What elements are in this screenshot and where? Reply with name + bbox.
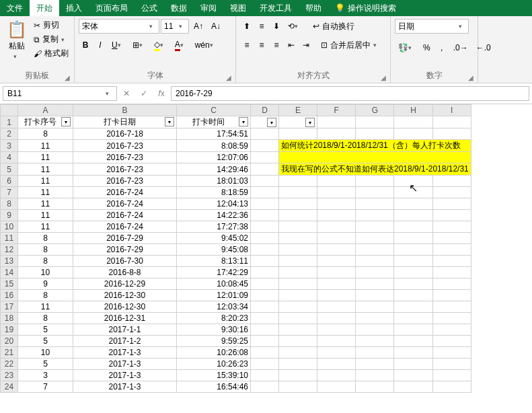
cell[interactable] [356, 336, 394, 347]
row-header[interactable]: 14 [1, 267, 18, 278]
cell[interactable]: 18:01:03 [177, 176, 251, 187]
cell[interactable]: 2016-7-24 [73, 187, 177, 198]
filter-button[interactable]: ▾ [239, 117, 248, 126]
cell[interactable] [279, 324, 317, 336]
cell[interactable] [432, 267, 471, 278]
accounting-format-button[interactable]: 💱▾ [395, 40, 418, 55]
cell[interactable]: 9:30:16 [177, 324, 251, 336]
cell[interactable] [317, 198, 356, 210]
column-header[interactable]: A [18, 105, 73, 116]
row-header[interactable]: 20 [1, 336, 18, 347]
cell[interactable] [251, 267, 279, 278]
align-middle-button[interactable]: ≡ [255, 19, 268, 34]
cell[interactable]: 17:54:51 [177, 128, 251, 140]
cell[interactable] [394, 244, 432, 256]
cell[interactable] [279, 336, 317, 347]
row-header[interactable]: 4 [1, 152, 18, 163]
cell[interactable] [356, 233, 394, 244]
cell[interactable]: 2017-1-1 [73, 324, 177, 336]
cut-button[interactable]: ✂剪切 [32, 19, 70, 32]
cell[interactable] [356, 290, 394, 301]
cell[interactable] [394, 359, 432, 370]
cell[interactable]: 打卡日期▾ [73, 116, 177, 128]
row-header[interactable]: 5 [1, 163, 18, 176]
row-header[interactable]: 21 [1, 347, 18, 359]
column-header[interactable]: G [356, 105, 394, 116]
cell[interactable] [356, 359, 394, 370]
cell[interactable] [279, 347, 317, 359]
tab-insert[interactable]: 插入 [59, 0, 89, 16]
cell[interactable] [432, 324, 471, 336]
cell[interactable]: 8:20:23 [177, 313, 251, 324]
cell[interactable]: 8 [18, 233, 73, 244]
cell[interactable]: 2016-7-24 [73, 210, 177, 221]
cell[interactable]: 12:07:06 [177, 152, 251, 163]
cell[interactable] [317, 290, 356, 301]
italic-button[interactable]: I [93, 38, 107, 52]
increase-decimal-button[interactable]: .0→ [450, 40, 471, 55]
cell[interactable] [432, 359, 471, 370]
cell[interactable]: 2016-7-24 [73, 198, 177, 210]
cell[interactable]: 10:08:45 [177, 278, 251, 290]
cell[interactable] [394, 187, 432, 198]
decrease-decimal-button[interactable]: ←.0 [473, 40, 494, 55]
cell[interactable] [251, 221, 279, 233]
cell[interactable]: 10:26:23 [177, 359, 251, 370]
cell[interactable]: 5 [18, 359, 73, 370]
cell[interactable] [251, 347, 279, 359]
cell[interactable]: 3 [18, 370, 73, 381]
row-header[interactable]: 12 [1, 244, 18, 256]
tab-file[interactable]: 文件 [0, 0, 30, 16]
cell[interactable] [251, 163, 279, 176]
cell[interactable]: 2016-7-18 [73, 128, 177, 140]
cell[interactable]: 15:39:10 [177, 370, 251, 381]
cell[interactable] [356, 256, 394, 267]
cell[interactable] [356, 244, 394, 256]
cell[interactable] [279, 370, 317, 381]
cell[interactable] [394, 370, 432, 381]
cell[interactable] [317, 301, 356, 313]
cell[interactable] [279, 152, 471, 163]
cell[interactable]: 8:13:11 [177, 256, 251, 267]
column-header[interactable]: B [73, 105, 177, 116]
cell[interactable]: 2016-12-31 [73, 313, 177, 324]
decrease-indent-button[interactable]: ⇤ [284, 38, 298, 52]
row-header[interactable]: 17 [1, 301, 18, 313]
align-bottom-button[interactable]: ⬇ [270, 19, 283, 34]
cell[interactable] [279, 198, 317, 210]
cell[interactable] [317, 221, 356, 233]
cell[interactable] [432, 233, 471, 244]
row-header[interactable]: 10 [1, 221, 18, 233]
cell[interactable]: 2016-12-29 [73, 278, 177, 290]
column-header[interactable]: F [317, 105, 356, 116]
row-header[interactable]: 7 [1, 187, 18, 198]
dialog-launcher[interactable]: ◢ [381, 74, 386, 81]
cell[interactable] [432, 176, 471, 187]
cell[interactable] [251, 210, 279, 221]
cell[interactable] [251, 324, 279, 336]
cell[interactable]: 2016-7-29 [73, 244, 177, 256]
cell[interactable] [432, 187, 471, 198]
cell[interactable] [279, 313, 317, 324]
cell[interactable]: 11 [18, 198, 73, 210]
column-header[interactable]: E [279, 105, 317, 116]
row-header[interactable]: 18 [1, 313, 18, 324]
row-header[interactable]: 1 [1, 116, 18, 128]
row-header[interactable]: 13 [1, 256, 18, 267]
cell[interactable]: 11 [18, 176, 73, 187]
align-right-button[interactable]: ≡ [270, 38, 283, 52]
dialog-launcher[interactable]: ◢ [468, 74, 473, 81]
cell[interactable] [251, 233, 279, 244]
cancel-formula-button[interactable]: ✕ [118, 87, 135, 100]
dialog-launcher[interactable]: ◢ [65, 74, 70, 81]
row-header[interactable]: 22 [1, 359, 18, 370]
cell[interactable]: 17:42:29 [177, 267, 251, 278]
cell[interactable]: 12:03:34 [177, 301, 251, 313]
cell[interactable]: 2016-7-23 [73, 176, 177, 187]
cell[interactable] [317, 187, 356, 198]
tab-view[interactable]: 视图 [223, 0, 253, 16]
cell[interactable]: 11 [18, 187, 73, 198]
cell[interactable] [251, 381, 279, 393]
cell[interactable]: 10 [18, 347, 73, 359]
cell[interactable] [432, 347, 471, 359]
